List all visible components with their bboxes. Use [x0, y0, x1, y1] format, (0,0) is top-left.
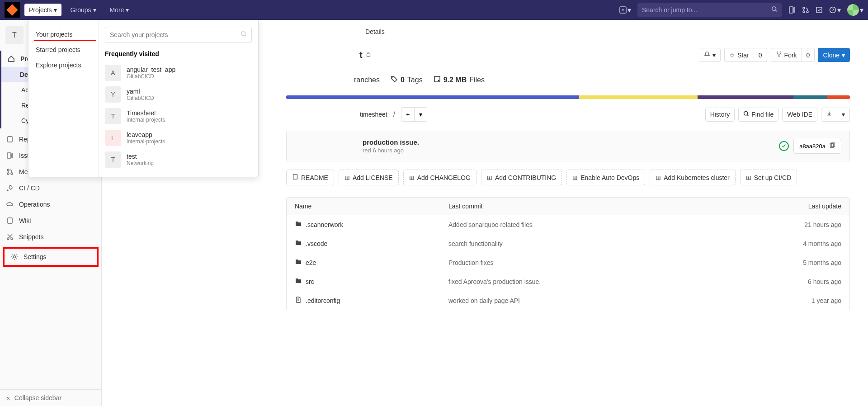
- project-avatar: T: [105, 108, 121, 124]
- sidebar-operations-label: Operations: [19, 201, 50, 208]
- project-name: angular_test_app: [127, 66, 175, 73]
- add-license-button[interactable]: ⊞Add LICENSE: [339, 170, 399, 185]
- project-avatar: Y: [105, 86, 121, 103]
- plus-icon: ⊞: [487, 174, 492, 181]
- download-button[interactable]: [821, 108, 837, 122]
- star-button[interactable]: ☆ Star: [724, 48, 754, 62]
- explore-projects-link[interactable]: Explore projects: [28, 57, 98, 73]
- stat-tags[interactable]: 0 Tags: [391, 76, 423, 85]
- notification-dropdown[interactable]: ▾: [699, 48, 721, 62]
- star-count: 0: [754, 48, 767, 62]
- table-row[interactable]: .editorconfig worked on daily page API 1…: [287, 291, 849, 310]
- sidebar-snippets[interactable]: Snippets: [0, 229, 101, 245]
- table-row[interactable]: .scannerwork Added sonarqube related fil…: [287, 215, 849, 234]
- your-projects-link[interactable]: Your projects: [28, 27, 98, 42]
- dropdown-project-item[interactable]: Y yamlGitlabCICD: [105, 84, 252, 105]
- dropdown-project-item[interactable]: T testNetworking: [105, 149, 252, 170]
- pipeline-success-icon[interactable]: [779, 141, 789, 151]
- nav-more[interactable]: More ▾: [105, 4, 134, 16]
- dropdown-search[interactable]: [105, 27, 252, 43]
- add-file-dropdown[interactable]: ▾: [414, 108, 427, 121]
- file-name: .scannerwork: [306, 221, 343, 228]
- add-changelog-button[interactable]: ⊞Add CHANGELOG: [403, 170, 476, 185]
- add-k8s-button[interactable]: ⊞Add Kubernetes cluster: [650, 170, 736, 185]
- commit-title[interactable]: production issue.: [363, 138, 419, 146]
- dropdown-search-input[interactable]: [110, 31, 241, 38]
- merge-requests-icon[interactable]: [802, 6, 809, 14]
- plus-icon: ⊞: [572, 174, 578, 181]
- sidebar-cicd[interactable]: CI / CD: [0, 180, 101, 196]
- table-row[interactable]: e2e Production fixes 5 months ago: [287, 253, 849, 272]
- fork-button[interactable]: Fork: [771, 48, 802, 62]
- logo[interactable]: [5, 2, 20, 18]
- history-button[interactable]: History: [705, 108, 735, 122]
- sidebar-wiki-label: Wiki: [19, 217, 31, 224]
- annotation-underline: [34, 40, 96, 41]
- search-input[interactable]: [642, 6, 771, 14]
- your-projects-label: Your projects: [36, 31, 72, 38]
- todos-icon[interactable]: [816, 6, 823, 14]
- svg-rect-3: [794, 8, 795, 12]
- col-date: Last update: [751, 203, 841, 210]
- breadcrumb-details[interactable]: Details: [365, 20, 868, 43]
- plus-icon: ⊞: [409, 174, 415, 181]
- find-file-button[interactable]: Find file: [738, 108, 778, 122]
- project-avatar: T: [5, 26, 24, 44]
- stat-branches[interactable]: ranches: [354, 76, 380, 84]
- nav-groups[interactable]: Groups ▾: [66, 4, 101, 16]
- commit-sha[interactable]: a8aa820a: [793, 139, 841, 154]
- top-navbar: Projects ▾ Groups ▾ More ▾ ▾ ? ▾ ▾: [0, 0, 868, 20]
- readme-button[interactable]: README: [286, 170, 334, 185]
- svg-point-1: [772, 7, 776, 11]
- nav-projects[interactable]: Projects ▾: [24, 4, 61, 16]
- download-icon: [826, 111, 832, 118]
- clone-button[interactable]: Clone ▾: [818, 48, 850, 62]
- sidebar-wiki[interactable]: Wiki: [0, 212, 101, 229]
- issues-icon[interactable]: [788, 6, 796, 14]
- plus-dropdown[interactable]: ▾: [619, 6, 631, 14]
- project-group: internal-projects: [127, 117, 165, 123]
- gear-icon: [11, 253, 18, 260]
- project-avatar: L: [105, 130, 121, 146]
- svg-point-6: [807, 11, 808, 13]
- nav-projects-label: Projects: [29, 6, 52, 14]
- dropdown-project-item[interactable]: T Timesheetinternal-projects: [105, 105, 252, 127]
- svg-point-19: [11, 238, 13, 240]
- branch-selector[interactable]: timesheet: [360, 111, 387, 118]
- tag-icon: [391, 76, 398, 85]
- search-icon: [241, 31, 247, 39]
- table-row[interactable]: src fixed Aproova's production issue. 6 …: [287, 272, 849, 291]
- dropdown-project-item[interactable]: L leaveappinternal-projects: [105, 127, 252, 149]
- file-date: 5 months ago: [751, 259, 841, 266]
- sidebar-settings[interactable]: Settings: [3, 247, 99, 267]
- webide-button[interactable]: Web IDE: [782, 108, 817, 122]
- dropdown-project-item[interactable]: A angular_test_appGitlabCICD: [105, 62, 252, 84]
- table-row[interactable]: .vscode search functionality 4 months ag…: [287, 234, 849, 253]
- collapse-icon: «: [6, 394, 10, 401]
- svg-point-22: [777, 52, 778, 53]
- collapse-sidebar[interactable]: « Collapse sidebar: [0, 389, 101, 406]
- svg-point-20: [14, 256, 16, 258]
- file-commit-msg: Production fixes: [448, 259, 751, 266]
- last-commit-box: production issue. red 6 hours ago a8aa82…: [286, 131, 850, 161]
- help-icon[interactable]: ? ▾: [829, 6, 841, 14]
- svg-rect-17: [8, 218, 12, 223]
- add-file-button[interactable]: +: [401, 108, 414, 121]
- stat-size[interactable]: 9.2 MB Files: [434, 76, 485, 85]
- download-dropdown[interactable]: ▾: [837, 108, 850, 122]
- commit-meta: red 6 hours ago: [363, 147, 419, 154]
- add-contributing-button[interactable]: ⊞Add CONTRIBUTING: [481, 170, 562, 185]
- svg-text:?: ?: [831, 8, 834, 12]
- sidebar-operations[interactable]: Operations: [0, 196, 101, 212]
- user-avatar[interactable]: ▾: [847, 4, 863, 16]
- starred-projects-link[interactable]: Starred projects: [28, 42, 98, 57]
- chevron-down-icon: ▾: [126, 6, 129, 14]
- merge-icon: [6, 168, 14, 175]
- svg-rect-13: [12, 154, 13, 157]
- copy-icon[interactable]: [829, 142, 835, 150]
- setup-cicd-button[interactable]: ⊞Set up CI/CD: [740, 170, 797, 185]
- enable-autodevops-button[interactable]: ⊞Enable Auto DevOps: [566, 170, 645, 185]
- search-box[interactable]: [637, 3, 782, 17]
- plus-icon: ⊞: [746, 174, 751, 181]
- svg-point-16: [11, 173, 13, 175]
